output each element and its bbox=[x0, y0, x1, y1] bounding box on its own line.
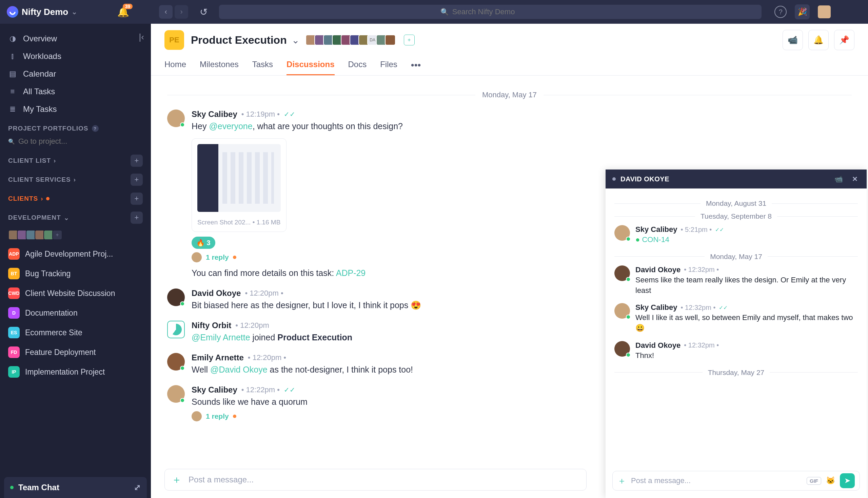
message-text: Seems like the team really likes the des… bbox=[635, 275, 858, 296]
add-project-button[interactable]: + bbox=[131, 173, 143, 186]
team-chat-bar[interactable]: Team Chat ⤢ bbox=[4, 477, 147, 498]
project-members[interactable]: DA bbox=[307, 35, 396, 45]
sender-name: Emily Arnette bbox=[192, 353, 244, 363]
add-member-button[interactable]: + bbox=[404, 35, 415, 45]
task-link[interactable]: ADP-29 bbox=[336, 268, 366, 278]
tab-milestones[interactable]: Milestones bbox=[200, 55, 239, 75]
portfolio-group[interactable]: CLIENT SERVICES› + bbox=[0, 170, 151, 189]
collapse-sidebar-button[interactable]: |‹ bbox=[139, 32, 144, 42]
workspace-name: Nifty Demo bbox=[22, 7, 68, 17]
forward-button[interactable]: › bbox=[175, 5, 188, 19]
project-item[interactable]: CWD Client Website Discussion bbox=[0, 284, 151, 303]
sender-name: Sky Calibey bbox=[192, 385, 237, 395]
project-tabs: HomeMilestonesTasksDiscussionsDocsFiles•… bbox=[165, 55, 854, 75]
sidebar-nav-item[interactable]: ⫿ Workloads bbox=[0, 48, 151, 65]
portfolio-group[interactable]: DEVELOPMENT⌄ + bbox=[0, 208, 151, 227]
expand-icon[interactable]: ⤢ bbox=[134, 483, 141, 492]
sender-avatar[interactable] bbox=[614, 265, 630, 281]
help-icon[interactable]: ? bbox=[92, 125, 98, 132]
main-content: PE Product Execution ⌄ DA + 📹 bbox=[151, 24, 868, 498]
project-item[interactable]: IP Implementation Project bbox=[0, 362, 151, 382]
read-receipt-icon: ✓✓ bbox=[284, 386, 295, 394]
chevron-icon: › bbox=[41, 195, 43, 202]
timestamp: • 12:20pm • bbox=[245, 289, 283, 298]
sidebar-nav-item[interactable]: ◑ Overview bbox=[0, 30, 151, 48]
project-label: Documentation bbox=[25, 309, 78, 318]
tab-files[interactable]: Files bbox=[380, 55, 397, 75]
nav-icon: ⫿ bbox=[8, 52, 17, 61]
project-item[interactable]: ADP Agile Development Proj... bbox=[0, 244, 151, 264]
attachment-button[interactable]: ＋ bbox=[617, 475, 626, 487]
nav-icon: ◑ bbox=[8, 34, 17, 43]
goto-project-input[interactable] bbox=[18, 137, 111, 146]
project-dropdown-icon[interactable]: ⌄ bbox=[292, 35, 299, 46]
pin-button[interactable]: 📌 bbox=[834, 30, 854, 50]
add-project-button[interactable]: + bbox=[131, 193, 143, 205]
sender-avatar[interactable] bbox=[167, 353, 185, 370]
tab-discussions[interactable]: Discussions bbox=[287, 55, 334, 75]
sidebar-nav-item[interactable]: ≡ All Tasks bbox=[0, 83, 151, 100]
search-icon: 🔍 bbox=[8, 138, 15, 145]
search-input[interactable] bbox=[452, 8, 540, 16]
tab-tasks[interactable]: Tasks bbox=[252, 55, 273, 75]
add-project-button[interactable]: + bbox=[131, 155, 143, 167]
close-icon[interactable]: ✕ bbox=[850, 175, 860, 183]
notifications-button[interactable]: 🔔 39 bbox=[117, 6, 129, 18]
emoji-button[interactable]: 🐱 bbox=[826, 476, 835, 485]
attachment-card[interactable]: Screen Shot 202... • 1.16 MB bbox=[192, 138, 287, 232]
project-label: Feature Deployment bbox=[25, 348, 96, 357]
back-button[interactable]: ‹ bbox=[159, 5, 173, 19]
sender-avatar[interactable] bbox=[614, 225, 630, 241]
project-item[interactable]: ES Ecommerce Site bbox=[0, 323, 151, 342]
activity-dot bbox=[46, 197, 50, 200]
message-text: ● CON-14 bbox=[635, 235, 858, 245]
notification-count-badge: 39 bbox=[123, 4, 133, 9]
add-project-button[interactable]: + bbox=[131, 211, 143, 224]
message-input[interactable] bbox=[188, 475, 579, 484]
nav-label: Calendar bbox=[23, 69, 56, 79]
sender-name: David Okoye bbox=[192, 288, 241, 298]
workspace-switcher[interactable]: Nifty Demo ⌄ bbox=[7, 6, 77, 18]
team-chat-label: Team Chat bbox=[18, 483, 59, 492]
reaction-pill[interactable]: 🔥 3 bbox=[192, 237, 215, 249]
project-title: Product Execution bbox=[191, 34, 287, 47]
message-text: Well I like it as well, so between Emily… bbox=[635, 313, 858, 333]
sidebar-nav-item[interactable]: ▤ Calendar bbox=[0, 65, 151, 83]
sender-avatar[interactable] bbox=[167, 109, 185, 127]
dm-message: David Okoye • 12:32pm • Thnx! bbox=[614, 341, 858, 361]
development-members: + bbox=[0, 227, 151, 244]
project-label: Client Website Discussion bbox=[25, 289, 115, 298]
project-item[interactable]: D Documentation bbox=[0, 303, 151, 323]
gif-button[interactable]: GIF bbox=[807, 477, 821, 485]
read-receipt-icon: ✓✓ bbox=[284, 110, 295, 118]
project-item[interactable]: FD Feature Deployment bbox=[0, 342, 151, 362]
sender-avatar[interactable] bbox=[614, 303, 630, 319]
global-search[interactable]: 🔍 bbox=[219, 5, 762, 19]
app-logo-icon bbox=[7, 6, 18, 18]
sender-avatar[interactable] bbox=[167, 288, 185, 306]
project-item[interactable]: BT Bug Tracking bbox=[0, 264, 151, 284]
video-call-icon[interactable]: 📹 bbox=[832, 175, 845, 183]
current-user-avatar[interactable] bbox=[818, 5, 831, 18]
dm-input[interactable] bbox=[631, 476, 802, 485]
tab-docs[interactable]: Docs bbox=[348, 55, 367, 75]
help-button[interactable]: ? bbox=[774, 6, 787, 18]
send-button[interactable]: ➤ bbox=[840, 473, 855, 488]
attachment-thumbnail bbox=[197, 144, 281, 212]
attachment-button[interactable]: ＋ bbox=[172, 473, 182, 487]
notifications-button[interactable]: 🔔 bbox=[808, 30, 829, 50]
sender-avatar[interactable] bbox=[614, 341, 630, 357]
add-member-icon[interactable]: + bbox=[52, 230, 62, 240]
portfolio-group[interactable]: CLIENTS› + bbox=[0, 189, 151, 208]
more-tabs-button[interactable]: ••• bbox=[411, 55, 421, 75]
sidebar-nav-item[interactable]: ≣ My Tasks bbox=[0, 100, 151, 118]
history-icon[interactable]: ↺ bbox=[200, 6, 208, 18]
goto-project[interactable]: 🔍 bbox=[0, 135, 151, 151]
sender-avatar[interactable] bbox=[167, 385, 185, 403]
tab-home[interactable]: Home bbox=[165, 55, 186, 75]
video-call-button[interactable]: 📹 bbox=[782, 30, 803, 50]
whats-new-button[interactable]: 🎉 bbox=[795, 4, 810, 19]
portfolio-group[interactable]: CLIENT LIST› + bbox=[0, 151, 151, 170]
task-link[interactable]: CON-14 bbox=[642, 235, 669, 244]
presence-dot bbox=[612, 177, 616, 181]
